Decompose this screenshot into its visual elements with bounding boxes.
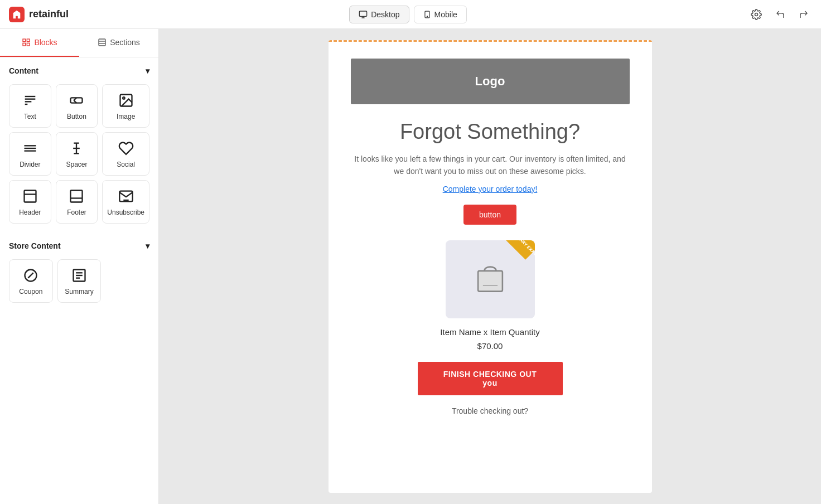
content-section-header: Content [9,66,149,75]
social-icon [117,139,135,157]
finish-checkout-button[interactable]: FINISH CHECKING OUT you [418,362,563,395]
cart-summary-area: CART SUMMARY EXAMPLE Item Name x Item Qu… [351,240,630,415]
app-logo-icon [9,7,25,22]
topbar-right [747,6,812,23]
tab-sections[interactable]: Sections [79,29,158,57]
undo-icon [775,9,785,20]
block-summary[interactable]: Summary [57,259,102,303]
svg-rect-31 [71,191,83,202]
svg-rect-6 [23,39,26,42]
email-link[interactable]: Complete your order today! [351,185,630,193]
cart-item-price: $70.00 [477,341,503,351]
svg-rect-29 [24,191,36,202]
summary-icon [70,266,88,284]
settings-icon [751,9,762,20]
redo-icon [799,9,809,20]
svg-line-35 [28,273,33,278]
topbar-left: retainful [9,7,69,22]
block-unsubscribe[interactable]: Unsubscribe [102,180,149,224]
block-social[interactable]: Social [102,132,149,176]
view-switcher: Desktop Mobile [349,6,467,23]
mobile-icon [423,10,431,19]
content-section: Content Text Button [0,57,158,232]
app-name: retainful [29,8,69,20]
email-button-wrap: button [351,205,630,225]
content-blocks-grid: Text Button Image [9,84,149,224]
settings-button[interactable] [747,6,765,23]
image-icon [117,91,135,109]
email-canvas: Logo Forgot Something? It looks like you… [329,40,652,493]
desktop-icon [359,10,368,19]
canvas-area: Logo Forgot Something? It looks like you… [159,29,821,504]
blocks-tab-icon [22,38,31,47]
svg-point-21 [123,97,125,99]
email-body: Logo Forgot Something? It looks like you… [329,42,652,448]
block-text[interactable]: Text [9,84,51,128]
store-content-blocks-grid: Coupon Summary [9,259,149,303]
button-icon [67,91,85,109]
store-content-section-header: Store Content [9,241,149,250]
block-coupon[interactable]: Coupon [9,259,53,303]
redo-button[interactable] [795,6,812,23]
content-section-toggle[interactable] [146,66,149,75]
block-image[interactable]: Image [102,84,149,128]
email-heading: Forgot Something? [351,120,630,144]
footer-icon [67,187,85,205]
svg-point-5 [755,13,758,16]
block-footer[interactable]: Footer [56,180,98,224]
sidebar: Blocks Sections Content Text [0,29,159,504]
trouble-text: Trouble checking out? [452,406,528,415]
desktop-view-button[interactable]: Desktop [349,6,409,23]
spacer-icon [67,139,85,157]
email-logo: Logo [351,59,630,104]
cart-badge: CART SUMMARY EXAMPLE [490,240,534,260]
sidebar-tabs: Blocks Sections [0,29,158,57]
tab-blocks[interactable]: Blocks [0,29,79,57]
cart-item-name: Item Name x Item Quantity [440,327,539,337]
sections-tab-icon [98,38,107,47]
text-icon [21,91,39,109]
divider-icon [21,139,39,157]
svg-rect-9 [27,43,30,46]
coupon-icon [22,266,40,284]
svg-rect-40 [478,271,503,292]
svg-rect-10 [99,39,105,46]
cart-bag-icon [471,259,510,300]
svg-rect-8 [23,43,26,46]
block-divider[interactable]: Divider [9,132,51,176]
email-subtext: It looks like you left a few things in y… [351,153,630,178]
block-button[interactable]: Button [56,84,98,128]
mobile-view-button[interactable]: Mobile [414,6,467,23]
svg-rect-0 [360,11,367,16]
block-spacer[interactable]: Spacer [56,132,98,176]
unsubscribe-icon [117,187,135,205]
email-cta-button[interactable]: button [463,205,516,225]
topbar: retainful Desktop Mobile [0,0,821,29]
undo-button[interactable] [772,6,789,23]
cart-image-wrap: CART SUMMARY EXAMPLE [446,240,535,318]
store-content-section-toggle[interactable] [146,241,149,250]
header-icon [21,187,39,205]
svg-rect-7 [27,39,30,42]
store-content-section: Store Content Coupon Summary [0,232,158,312]
svg-point-4 [427,16,427,16]
block-header[interactable]: Header [9,180,51,224]
main-layout: Blocks Sections Content Text [0,29,821,504]
